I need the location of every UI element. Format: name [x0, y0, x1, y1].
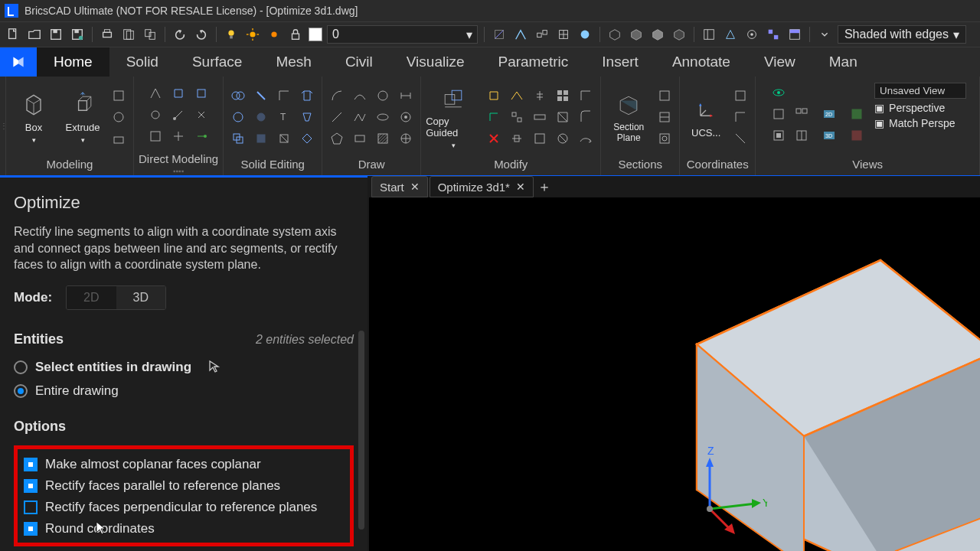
mod-3[interactable] [484, 129, 504, 148]
layer-selector[interactable]: 0 ▾ [327, 25, 478, 44]
se-11[interactable] [297, 107, 317, 127]
checkbox-parallel[interactable] [24, 479, 38, 493]
view-3d-button[interactable]: 3D [819, 126, 839, 145]
dm-2[interactable] [145, 105, 165, 125]
sun-button[interactable] [244, 26, 261, 43]
se-8[interactable]: T [274, 107, 294, 127]
3d-viewport[interactable]: Z Y [369, 197, 980, 551]
se-6[interactable] [251, 129, 271, 148]
se-5[interactable] [251, 107, 271, 127]
undo-button[interactable] [172, 26, 188, 43]
panel-1-button[interactable] [701, 26, 717, 43]
tool-1-button[interactable] [491, 26, 508, 43]
draw-pline[interactable] [350, 107, 370, 127]
tab-parametric[interactable]: Parametric [481, 47, 585, 77]
open-file-button[interactable] [26, 26, 43, 43]
coord-1[interactable] [730, 86, 750, 106]
sec-2[interactable] [655, 107, 675, 127]
iso-4-button[interactable] [671, 26, 688, 43]
coord-3[interactable] [730, 129, 750, 148]
draw-circle[interactable] [373, 86, 393, 106]
new-file-button[interactable] [5, 26, 21, 43]
visual-style-selector[interactable]: Shaded with edges ▾ [838, 25, 966, 44]
panel-3-button[interactable] [743, 26, 760, 43]
view-7[interactable] [847, 126, 867, 145]
tab-home[interactable]: Home [37, 47, 109, 77]
dm-7[interactable] [191, 83, 211, 103]
perspective-row[interactable]: ▣Perspective [874, 102, 966, 114]
mod-14[interactable] [576, 107, 596, 127]
draw-spline[interactable] [350, 86, 370, 106]
modeling-small-2[interactable] [109, 107, 129, 127]
se-9[interactable] [274, 129, 294, 148]
tab-solid[interactable]: Solid [109, 47, 175, 77]
dm-6[interactable] [168, 126, 188, 146]
box-tool[interactable]: Box ▾ [11, 91, 57, 144]
radio-entire-drawing[interactable] [14, 384, 28, 398]
match-perspective-row[interactable]: ▣Match Perspe [874, 117, 966, 129]
tool-2-button[interactable] [512, 26, 529, 43]
publish-button[interactable] [142, 26, 158, 43]
app-menu-button[interactable] [0, 47, 37, 77]
draw-s3[interactable] [396, 129, 416, 148]
ucs-tool[interactable]: UCS... [684, 96, 727, 139]
panel-2-button[interactable] [722, 26, 739, 43]
color-swatch[interactable] [309, 28, 322, 41]
extrude-tool[interactable]: Extrude ▾ [60, 91, 106, 144]
iso-1-button[interactable] [606, 26, 623, 43]
checkbox-coplanar[interactable] [24, 458, 38, 471]
se-10[interactable] [297, 86, 317, 106]
draw-hatch[interactable] [373, 129, 393, 148]
se-2[interactable] [228, 107, 248, 127]
pick-arrow-icon[interactable] [207, 358, 222, 377]
unsaved-view-row[interactable] [874, 83, 966, 99]
print-preview-button[interactable] [120, 26, 137, 43]
draw-rect[interactable] [350, 129, 370, 148]
dm-4[interactable] [168, 83, 188, 103]
mod-15[interactable] [576, 129, 596, 148]
draw-s1[interactable] [396, 86, 416, 106]
mod-5[interactable] [507, 107, 527, 127]
mod-12[interactable] [553, 129, 573, 148]
mod-2[interactable] [484, 107, 504, 127]
draw-poly[interactable] [327, 129, 347, 148]
mod-13[interactable] [576, 86, 596, 106]
tab-mesh[interactable]: Mesh [259, 47, 328, 77]
draw-arc[interactable] [327, 86, 347, 106]
light-button[interactable] [223, 26, 240, 43]
print-button[interactable] [99, 26, 116, 43]
doc-tab-file[interactable]: Optimize 3d1* ✕ [430, 176, 534, 197]
tab-insert[interactable]: Insert [585, 47, 655, 77]
view-4[interactable] [792, 104, 812, 124]
copy-guided-tool[interactable]: Copy Guided ▾ [426, 85, 481, 149]
sec-3[interactable] [655, 129, 675, 148]
radio-select-entities[interactable] [14, 360, 28, 374]
dropdown-arrow-button[interactable] [816, 26, 833, 43]
mod-1[interactable] [484, 86, 504, 106]
tool-4-button[interactable] [555, 26, 572, 43]
dm-8[interactable] [191, 105, 211, 125]
panel-scrollbar[interactable] [358, 331, 364, 530]
sec-1[interactable] [655, 86, 675, 106]
coord-2[interactable] [730, 107, 750, 127]
mod-7[interactable] [530, 86, 550, 106]
tab-visualize[interactable]: Visualize [390, 47, 482, 77]
checkbox-perpendicular[interactable] [24, 500, 38, 514]
freeze-button[interactable] [266, 26, 283, 43]
mode-3d-button[interactable]: 3D [116, 286, 165, 309]
section-plane-tool[interactable]: Section Plane [606, 91, 652, 143]
mod-8[interactable] [530, 107, 550, 127]
view-name-input[interactable] [874, 83, 966, 99]
se-12[interactable] [297, 129, 317, 148]
tab-annotate[interactable]: Annotate [655, 47, 747, 77]
new-tab-button[interactable]: ＋ [535, 178, 554, 196]
save-button[interactable] [47, 26, 64, 43]
tool-3-button[interactable] [534, 26, 550, 43]
se-7[interactable] [274, 86, 294, 106]
se-4[interactable] [251, 86, 271, 106]
tab-manage[interactable]: Man [812, 47, 874, 77]
panel-4-button[interactable] [765, 26, 782, 43]
tab-surface[interactable]: Surface [175, 47, 259, 77]
axis-widget[interactable]: Z Y [675, 444, 767, 536]
modeling-small-1[interactable] [109, 86, 129, 106]
